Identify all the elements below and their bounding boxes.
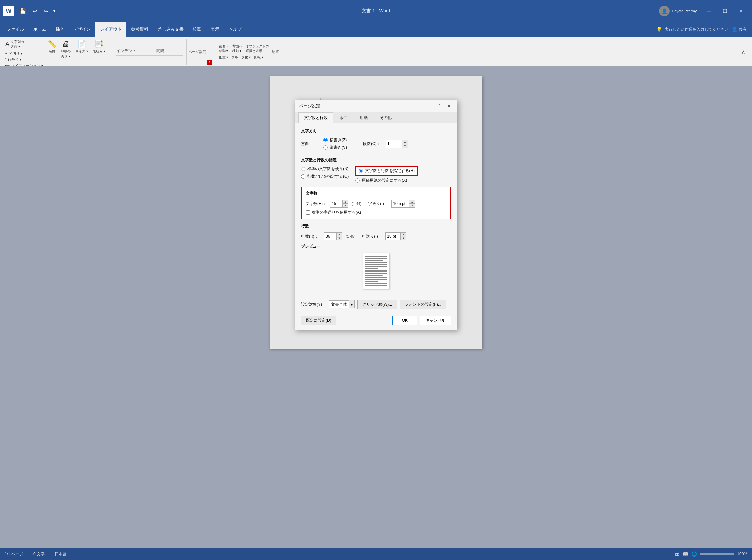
standard-chars-radio[interactable]: [301, 167, 305, 171]
char-spacing-input[interactable]: [392, 200, 409, 207]
group-button[interactable]: グループ化 ▾: [230, 55, 252, 60]
char-count-input[interactable]: [331, 200, 342, 207]
line-spacing-input[interactable]: [385, 233, 400, 240]
rotate-button[interactable]: 回転 ▾: [253, 55, 265, 60]
tab-file[interactable]: ファイル: [2, 22, 28, 37]
grid-lines-button[interactable]: グリッド線(W)...: [357, 300, 397, 309]
default-button[interactable]: 既定に設定(D): [301, 316, 336, 325]
spacing-label: 間隔: [156, 48, 164, 54]
preview-box: [301, 253, 451, 289]
text-direction-button[interactable]: A 文字列の 方向 ▾: [3, 39, 44, 50]
line-number-button[interactable]: # 行番号 ▾: [3, 57, 23, 62]
horizontal-label: 横書き(Z): [330, 137, 347, 143]
quick-access-more[interactable]: ▾: [52, 4, 57, 18]
char-spacing-spinner[interactable]: ▲ ▼: [391, 200, 415, 208]
preview-section-title: プレビュー: [301, 244, 451, 249]
lines-only-radio[interactable]: [301, 175, 305, 179]
line-count-up[interactable]: ▲: [337, 233, 342, 236]
app-window: W 💾 ↩ ↪ ▾ 文書 1 - Word 👤 Hayato Pearmy ─ …: [0, 0, 752, 560]
chars-lines-radio[interactable]: [359, 169, 363, 173]
quick-access: 💾 ↩ ↪ ▾: [17, 4, 57, 18]
direction-label: 方向：: [301, 141, 321, 146]
line-spacing-down[interactable]: ▼: [401, 236, 406, 240]
use-standard-spacing-checkbox[interactable]: [305, 211, 310, 215]
dialog-help-button[interactable]: ?: [436, 103, 442, 109]
share-area[interactable]: 👤 共有: [728, 26, 750, 32]
vertical-radio[interactable]: [323, 145, 328, 149]
char-count-spinner[interactable]: ▲ ▼: [330, 200, 349, 208]
tab-chars-lines[interactable]: 文字数と行数: [298, 112, 333, 123]
align-button[interactable]: 配置 ▾: [218, 55, 230, 60]
columns-button[interactable]: 📑 段組み ▾: [91, 39, 107, 55]
dialog-close-button[interactable]: ✕: [445, 103, 453, 109]
line-count-input[interactable]: [324, 233, 336, 240]
horizontal-radio[interactable]: [323, 138, 328, 142]
char-count-spinner-btns: ▲ ▼: [342, 200, 348, 207]
redo-button[interactable]: ↪: [41, 4, 51, 18]
search-placeholder: 実行したい作業を入力してください: [665, 26, 728, 32]
genko-radio[interactable]: [355, 178, 360, 183]
cancel-button[interactable]: キャンセル: [420, 316, 451, 325]
collapse-ribbon[interactable]: ∧: [741, 48, 749, 55]
undo-button[interactable]: ↩: [30, 4, 40, 18]
page-setup-expand[interactable]: ↗: [207, 60, 212, 65]
tab-design[interactable]: デザイン: [69, 22, 95, 37]
standard-chars-label[interactable]: 標準の文字数を使う(N): [301, 166, 349, 172]
target-select-container[interactable]: 文書全体 ▾: [329, 300, 355, 308]
restore-button[interactable]: ❐: [718, 4, 733, 18]
char-spacing-up[interactable]: ▲: [409, 200, 415, 204]
char-count-down[interactable]: ▼: [343, 204, 348, 207]
line-count-spinner[interactable]: ▲ ▼: [324, 232, 342, 240]
orientation-button[interactable]: 🖨 印刷の 向き ▾: [59, 39, 73, 60]
genko-label[interactable]: 原稿用紙の設定にする(X): [355, 178, 418, 183]
columns-input[interactable]: [386, 140, 402, 147]
char-spacing-down[interactable]: ▼: [409, 204, 415, 207]
save-button[interactable]: 💾: [17, 4, 28, 18]
tab-mailings[interactable]: 差し込み文書: [153, 22, 188, 37]
tab-review[interactable]: 校閲: [188, 22, 206, 37]
tab-home[interactable]: ホーム: [28, 22, 51, 37]
break-button[interactable]: ✂ 区切り ▾: [3, 51, 24, 56]
dialog-titlebar-right: ? ✕: [436, 103, 453, 109]
chars-lines-label[interactable]: 文字数と行数を指定する(H): [355, 166, 418, 176]
front-button[interactable]: 前面へ移動 ▾: [218, 43, 231, 54]
preview-line-7: [365, 268, 378, 269]
line-spacing-spinner[interactable]: ▲ ▼: [385, 232, 406, 240]
close-button[interactable]: ✕: [734, 4, 749, 18]
tab-other[interactable]: その他: [374, 112, 397, 123]
tab-references[interactable]: 参考資料: [126, 22, 153, 37]
preview-line-4: [365, 262, 387, 263]
size-button[interactable]: 📄 サイズ ▾: [74, 39, 90, 55]
page-setup-dialog: ページ設定 ? ✕ 文字数と行数 余白 用紙 その他 文字方向: [295, 100, 457, 330]
page-setup-label: ページ設定: [189, 49, 212, 54]
tab-help[interactable]: ヘルプ: [224, 22, 246, 37]
options-left: 標準の文字数を使う(N) 行数だけを指定する(O): [301, 166, 349, 183]
columns-up[interactable]: ▲: [402, 140, 408, 144]
tab-insert[interactable]: 挿入: [51, 22, 69, 37]
char-count-up[interactable]: ▲: [343, 200, 348, 204]
dialog-title: ページ設定: [299, 103, 320, 109]
lines-only-label[interactable]: 行数だけを指定する(O): [301, 174, 349, 179]
columns-spinner[interactable]: ▲ ▼: [385, 140, 408, 148]
arrangement-label: 配置: [272, 49, 279, 54]
line-spacing-up[interactable]: ▲: [401, 233, 406, 236]
margins-button[interactable]: 📏 余白: [45, 39, 58, 55]
use-standard-spacing-label[interactable]: 標準の字送りを使用する(A): [305, 210, 447, 215]
preview-line-10: [365, 275, 383, 276]
tab-view[interactable]: 表示: [206, 22, 224, 37]
line-count-down[interactable]: ▼: [337, 236, 342, 240]
dialog-bottom-row: 設定対象(Y)： 文書全体 ▾ グリッド線(W)... フォントの設定(F)..…: [295, 300, 457, 313]
vertical-radio-label[interactable]: 縦書き(V): [323, 144, 347, 150]
columns-down[interactable]: ▼: [402, 144, 408, 147]
tab-margins[interactable]: 余白: [334, 112, 353, 123]
horizontal-radio-label[interactable]: 横書き(Z): [323, 137, 347, 143]
ok-button[interactable]: OK: [392, 316, 417, 325]
minimize-button[interactable]: ─: [701, 4, 716, 18]
font-settings-button[interactable]: フォントの設定(F)...: [400, 300, 446, 309]
tab-layout[interactable]: レイアウト: [95, 22, 126, 37]
tab-paper[interactable]: 用紙: [354, 112, 373, 123]
vertical-label: 縦書き(V): [330, 144, 347, 150]
target-dropdown-btn[interactable]: ▾: [349, 300, 354, 308]
back-button[interactable]: 背面へ移動 ▾: [231, 43, 244, 54]
select-objects-button[interactable]: オブジェクトの選択と表示: [244, 43, 270, 54]
